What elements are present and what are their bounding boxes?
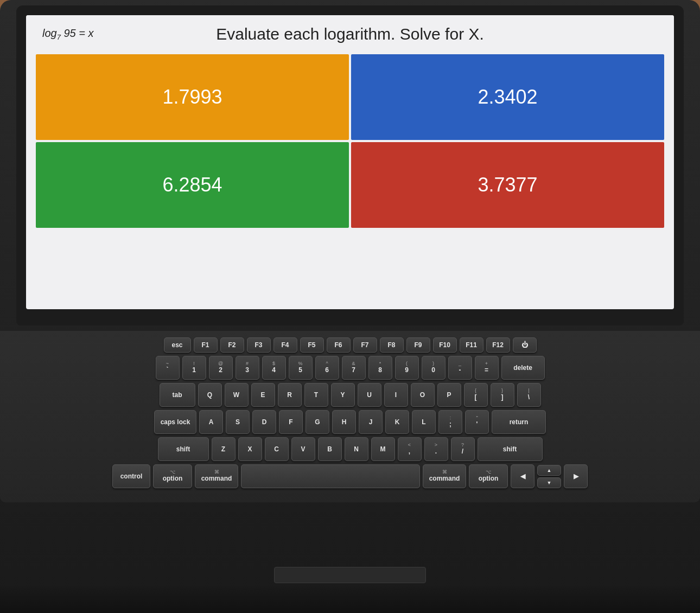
key-arrow-up[interactable]: ▲	[537, 465, 561, 476]
key-4[interactable]: $4	[262, 356, 286, 380]
key-c[interactable]: C	[265, 437, 289, 461]
key-control[interactable]: control	[112, 464, 150, 488]
key-f10[interactable]: F10	[433, 337, 457, 353]
key-d[interactable]: D	[252, 410, 276, 434]
key-bracket-right[interactable]: }]	[491, 383, 514, 407]
key-arrow-right[interactable]: ▶	[564, 464, 588, 488]
key-b[interactable]: B	[318, 437, 342, 461]
key-5[interactable]: %5	[289, 356, 313, 380]
key-2[interactable]: @2	[209, 356, 233, 380]
key-7[interactable]: &7	[342, 356, 366, 380]
key-y[interactable]: Y	[331, 383, 355, 407]
key-3[interactable]: #3	[236, 356, 259, 380]
bottom-row: control ⌥option ⌘command ⌘command ⌥optio…	[16, 464, 684, 488]
key-l[interactable]: L	[412, 410, 436, 434]
keyboard: esc F1 F2 F3 F4 F5 F6 F7 F8 F9 F10 F11 F…	[0, 331, 700, 502]
key-8[interactable]: *8	[368, 356, 392, 380]
key-command-right[interactable]: ⌘command	[423, 464, 466, 488]
key-quote[interactable]: "'	[465, 410, 489, 434]
laptop-body: log7 95 = x Evaluate each logarithm. Sol…	[0, 0, 700, 613]
key-f5[interactable]: F5	[300, 337, 324, 353]
key-k[interactable]: K	[385, 410, 409, 434]
key-f7[interactable]: F7	[353, 337, 377, 353]
key-f11[interactable]: F11	[460, 337, 483, 353]
key-o[interactable]: O	[411, 383, 435, 407]
key-f4[interactable]: F4	[273, 337, 297, 353]
key-comma[interactable]: <,	[398, 437, 422, 461]
key-f8[interactable]: F8	[380, 337, 404, 353]
key-capslock[interactable]: caps lock	[154, 410, 196, 434]
key-z[interactable]: Z	[212, 437, 236, 461]
key-option-right[interactable]: ⌥option	[469, 464, 508, 488]
key-equals[interactable]: +=	[475, 356, 499, 380]
option-b[interactable]: 2.3402	[351, 54, 664, 140]
key-f9[interactable]: F9	[406, 337, 430, 353]
math-expression: log7 95 = x	[42, 25, 129, 41]
key-n[interactable]: N	[345, 437, 368, 461]
zxcv-row: shift Z X C V B N M <, >. ?/ shift	[16, 437, 684, 461]
key-f2[interactable]: F2	[220, 337, 244, 353]
asdf-row: caps lock A S D F G H J K L :; "' return	[16, 410, 684, 434]
trackpad[interactable]	[274, 567, 426, 583]
key-j[interactable]: J	[359, 410, 383, 434]
key-shift-right[interactable]: shift	[478, 437, 543, 461]
key-f3[interactable]: F3	[247, 337, 271, 353]
answer-grid: 1.7993 2.3402 6.2854 3.7377	[36, 54, 664, 228]
option-a[interactable]: 1.7993	[36, 54, 349, 140]
key-r[interactable]: R	[278, 383, 302, 407]
key-space[interactable]	[241, 464, 420, 488]
key-x[interactable]: X	[238, 437, 262, 461]
key-e[interactable]: E	[251, 383, 275, 407]
key-h[interactable]: H	[332, 410, 356, 434]
key-0[interactable]: )0	[422, 356, 446, 380]
key-g[interactable]: G	[306, 410, 329, 434]
option-c[interactable]: 6.2854	[36, 142, 349, 228]
screen-display: log7 95 = x Evaluate each logarithm. Sol…	[26, 15, 674, 309]
key-6[interactable]: ^6	[315, 356, 339, 380]
option-d[interactable]: 3.7377	[351, 142, 664, 228]
key-f6[interactable]: F6	[327, 337, 351, 353]
key-i[interactable]: I	[384, 383, 408, 407]
key-s[interactable]: S	[226, 410, 250, 434]
key-p[interactable]: P	[437, 383, 461, 407]
key-power[interactable]: ⏻	[513, 337, 537, 353]
key-option-left[interactable]: ⌥option	[153, 464, 192, 488]
screen-header: log7 95 = x Evaluate each logarithm. Sol…	[26, 15, 674, 49]
key-9[interactable]: (9	[395, 356, 419, 380]
key-tab[interactable]: tab	[160, 383, 195, 407]
key-command-left[interactable]: ⌘command	[195, 464, 238, 488]
laptop-bottom	[0, 586, 700, 613]
key-semicolon[interactable]: :;	[438, 410, 462, 434]
key-a[interactable]: A	[199, 410, 223, 434]
key-backtick[interactable]: ~`	[156, 356, 180, 380]
key-shift-left[interactable]: shift	[158, 437, 209, 461]
key-bracket-left[interactable]: {[	[464, 383, 488, 407]
key-arrow-down[interactable]: ▼	[537, 477, 561, 488]
key-delete[interactable]: delete	[501, 356, 545, 380]
key-v[interactable]: V	[291, 437, 315, 461]
key-u[interactable]: U	[358, 383, 381, 407]
key-period[interactable]: >.	[424, 437, 448, 461]
key-return[interactable]: return	[492, 410, 546, 434]
key-f1[interactable]: F1	[194, 337, 218, 353]
key-1[interactable]: !1	[182, 356, 206, 380]
number-row: ~` !1 @2 #3 $4 %5 ^6 &7 *8 (9 )0 _- += d…	[16, 356, 684, 380]
key-w[interactable]: W	[225, 383, 249, 407]
key-esc[interactable]: esc	[164, 337, 191, 353]
key-backslash[interactable]: |\	[517, 383, 541, 407]
key-m[interactable]: M	[371, 437, 395, 461]
key-f12[interactable]: F12	[486, 337, 510, 353]
screen-title: Evaluate each logarithm. Solve for X.	[129, 25, 658, 43]
screen-bezel: log7 95 = x Evaluate each logarithm. Sol…	[16, 5, 684, 325]
qwerty-row: tab Q W E R T Y U I O P {[ }] |\	[16, 383, 684, 407]
key-minus[interactable]: _-	[448, 356, 472, 380]
key-q[interactable]: Q	[198, 383, 222, 407]
fn-row: esc F1 F2 F3 F4 F5 F6 F7 F8 F9 F10 F11 F…	[16, 337, 684, 353]
key-t[interactable]: T	[304, 383, 328, 407]
key-f[interactable]: F	[279, 410, 303, 434]
key-arrow-left[interactable]: ◀	[511, 464, 534, 488]
key-slash[interactable]: ?/	[451, 437, 475, 461]
